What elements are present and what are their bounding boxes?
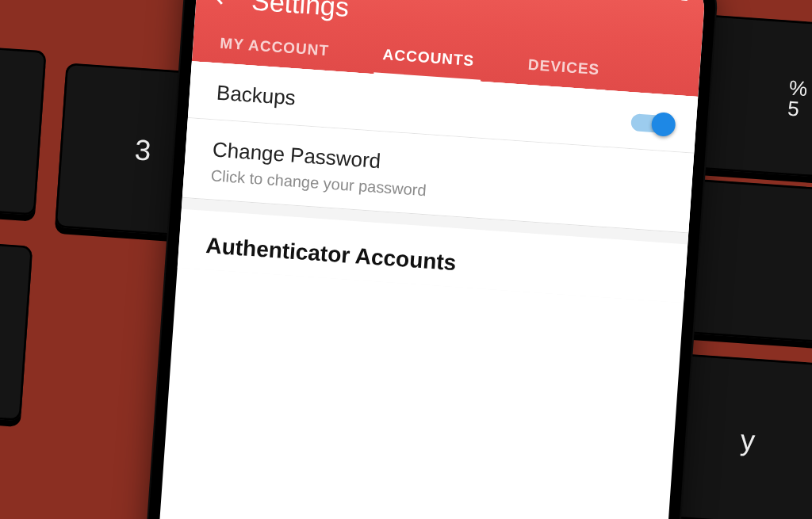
tab-devices[interactable]: DEVICES — [522, 44, 606, 90]
tab-accounts[interactable]: ACCOUNTS — [377, 33, 481, 82]
phone: 2:34 46% — [145, 0, 718, 519]
phone-screen: 2:34 46% — [157, 0, 707, 519]
tab-my-account[interactable]: MY ACCOUNT — [214, 21, 335, 71]
toggle-knob — [651, 111, 676, 136]
backups-toggle[interactable] — [630, 113, 672, 134]
photo-scene: tab caps 3 %5 y h 2:34 — [0, 0, 812, 519]
battery-icon — [678, 0, 691, 2]
page-title: Settings — [251, 0, 350, 23]
battery-percent: 46% — [643, 0, 672, 2]
backups-label: Backups — [216, 81, 297, 111]
back-button[interactable] — [211, 0, 235, 12]
settings-content: Backups Change Password Click to change … — [178, 61, 699, 303]
